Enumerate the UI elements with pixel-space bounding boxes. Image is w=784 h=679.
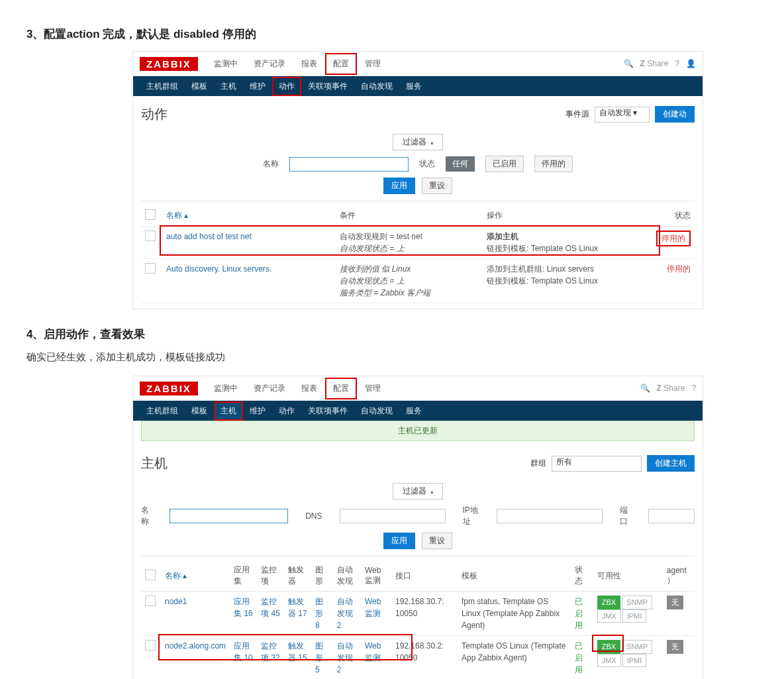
- topmenu-config[interactable]: 配置: [325, 378, 357, 399]
- operation-line: 添加到主机群组: Linux servers: [487, 263, 643, 275]
- topmenu-inventory[interactable]: 资产记录: [246, 378, 293, 399]
- topmenu-admin[interactable]: 管理: [357, 378, 389, 399]
- submenu-hostgroups[interactable]: 主机群组: [140, 401, 185, 421]
- submenu-correlation[interactable]: 关联项事件: [301, 401, 354, 421]
- submenu-maintenance[interactable]: 维护: [243, 77, 272, 96]
- submenu-services[interactable]: 服务: [399, 77, 428, 96]
- status-disabled[interactable]: 停用的: [534, 156, 573, 172]
- graphs-link[interactable]: 图形 8: [315, 597, 323, 630]
- event-source-select[interactable]: 自动发现 ▾: [595, 107, 650, 123]
- row-checkbox[interactable]: [145, 263, 156, 274]
- filter-port-label: 端口: [620, 505, 631, 527]
- discovery-link[interactable]: 自动发现 2: [337, 641, 353, 674]
- select-all-checkbox[interactable]: [145, 209, 156, 220]
- row-checkbox[interactable]: [145, 640, 156, 651]
- create-action-button[interactable]: 创建动: [655, 106, 695, 123]
- action-name-link[interactable]: auto add host of test net: [166, 232, 252, 241]
- status-link[interactable]: 停用的: [667, 264, 691, 274]
- status-enabled[interactable]: 已启用: [485, 156, 524, 172]
- filter-port-input[interactable]: [648, 509, 695, 523]
- col-operations: 操作: [483, 205, 647, 227]
- apps-link[interactable]: 应用集 16: [234, 597, 253, 618]
- zabbix-logo[interactable]: ZABBIX: [140, 382, 198, 395]
- topmenu-monitoring[interactable]: 监测中: [206, 378, 246, 399]
- zabbix-logo[interactable]: ZABBIX: [140, 57, 198, 71]
- filter-ip-input[interactable]: [497, 509, 603, 523]
- status-link[interactable]: 停用的: [656, 231, 691, 246]
- col-name[interactable]: 名称 ▴: [162, 205, 336, 227]
- discovery-link[interactable]: 自动发现 2: [337, 597, 353, 630]
- host-name-link[interactable]: node1: [165, 597, 187, 606]
- filter-toggle[interactable]: 过滤器: [393, 483, 443, 499]
- table-row: node2.along.com 应用集 10 监控项 32 触发器 15 图形 …: [141, 636, 695, 680]
- submenu-hosts[interactable]: 主机: [214, 77, 243, 96]
- items-link[interactable]: 监控项 45: [261, 597, 280, 618]
- zbx-badge: ZBX: [597, 640, 620, 654]
- topmenu-inventory[interactable]: 资产记录: [246, 53, 293, 75]
- hosts-table: 名称 ▴ 应用集 监控项 触发器 图形 自动发现 Web监测 接口 模板 状态 …: [141, 560, 695, 679]
- condition-line: 服务类型 = Zabbix 客户端: [340, 287, 479, 299]
- action-name-link[interactable]: Auto discovery. Linux servers.: [166, 264, 271, 274]
- search-icon[interactable]: 🔍: [624, 59, 634, 68]
- help-icon[interactable]: ?: [675, 59, 679, 68]
- host-name-link[interactable]: node2.along.com: [165, 641, 226, 651]
- filter-toggle[interactable]: 过滤器: [393, 134, 443, 150]
- submenu-maintenance[interactable]: 维护: [243, 401, 272, 421]
- filter-dns-input[interactable]: [340, 509, 446, 523]
- submenu-discovery[interactable]: 自动发现: [354, 77, 399, 96]
- jmx-badge: JMX: [597, 609, 621, 623]
- submenu-templates[interactable]: 模板: [185, 77, 214, 96]
- table-row: Auto discovery. Linux servers. 接收到的值 似 L…: [141, 259, 695, 303]
- col-agent: agent ）: [663, 560, 695, 592]
- graphs-link[interactable]: 图形 5: [315, 641, 323, 674]
- snmp-badge: SNMP: [622, 640, 652, 654]
- section-4-title: 4、启用动作，查看效果: [26, 327, 755, 342]
- iface-cell: 192.168.30.7: 10050: [391, 592, 458, 636]
- share-link[interactable]: Z Share: [657, 384, 685, 393]
- filter-name-input[interactable]: [289, 157, 409, 172]
- filter-apply-button[interactable]: 应用: [383, 533, 415, 549]
- filter-reset-button[interactable]: 重设: [422, 178, 452, 194]
- search-icon[interactable]: 🔍: [640, 384, 650, 393]
- share-link[interactable]: Z Share: [640, 59, 669, 68]
- apps-link[interactable]: 应用集 10: [234, 641, 253, 662]
- select-all-checkbox[interactable]: [145, 570, 156, 580]
- triggers-link[interactable]: 触发器 17: [288, 597, 307, 618]
- topmenu-admin[interactable]: 管理: [357, 53, 389, 75]
- row-checkbox[interactable]: [145, 596, 156, 606]
- section-4-lead: 确实已经生效，添加主机成功，模板链接成功: [26, 351, 755, 364]
- user-icon[interactable]: 👤: [686, 59, 696, 68]
- status-link[interactable]: 已启用: [575, 641, 583, 674]
- web-link[interactable]: Web监测: [365, 597, 381, 618]
- screenshot-actions: ZABBIX 监测中 资产记录 报表 配置 管理 🔍 Z Share ? 👤 主…: [132, 51, 703, 309]
- status-link[interactable]: 已启用: [575, 597, 583, 630]
- submenu-templates[interactable]: 模板: [185, 401, 214, 421]
- status-any[interactable]: 任何: [446, 156, 475, 172]
- availability-cell: ZBXSNMPJMXIPMI: [593, 592, 663, 636]
- submenu-services[interactable]: 服务: [399, 401, 428, 421]
- submenu-hostgroups[interactable]: 主机群组: [140, 77, 185, 96]
- operation-line: 添加主机: [487, 231, 643, 242]
- submenu-discovery[interactable]: 自动发现: [354, 401, 399, 421]
- web-link[interactable]: Web监测: [365, 641, 381, 662]
- topmenu-reports[interactable]: 报表: [293, 378, 325, 399]
- row-checkbox[interactable]: [145, 231, 156, 241]
- submenu-hosts[interactable]: 主机: [214, 401, 243, 421]
- create-host-button[interactable]: 创建主机: [647, 455, 695, 472]
- filter-name-input[interactable]: [170, 509, 288, 523]
- submenu-actions[interactable]: 动作: [272, 77, 301, 96]
- topmenu-config[interactable]: 配置: [325, 53, 357, 75]
- submenu-correlation[interactable]: 关联项事件: [301, 77, 354, 96]
- submenu-actions[interactable]: 动作: [272, 401, 301, 421]
- table-row: node1 应用集 16 监控项 45 触发器 17 图形 8 自动发现 2 W…: [141, 592, 695, 636]
- condition-line: 自动发现状态 = 上: [340, 275, 479, 287]
- topmenu-monitoring[interactable]: 监测中: [206, 53, 246, 75]
- group-select[interactable]: 所有: [552, 456, 642, 472]
- topmenu-reports[interactable]: 报表: [293, 53, 325, 75]
- filter-apply-button[interactable]: 应用: [383, 178, 415, 194]
- items-link[interactable]: 监控项 32: [261, 641, 280, 662]
- triggers-link[interactable]: 触发器 15: [288, 641, 307, 662]
- col-name[interactable]: 名称 ▴: [161, 560, 230, 592]
- help-icon[interactable]: ?: [691, 384, 696, 393]
- filter-reset-button[interactable]: 重设: [422, 533, 452, 549]
